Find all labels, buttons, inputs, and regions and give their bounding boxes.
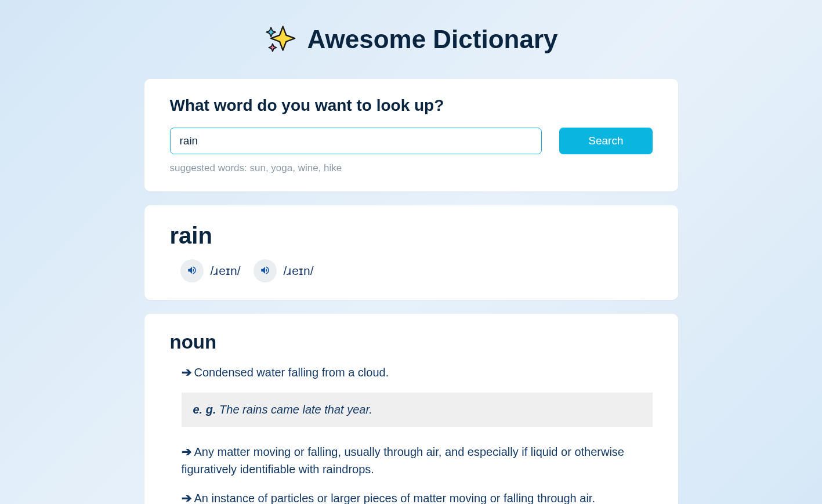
example-text: The rains came late that year.: [219, 403, 372, 416]
definition-text: An instance of particles or larger piece…: [194, 492, 595, 504]
example-label: e. g.: [193, 403, 216, 416]
search-card: What word do you want to look up? Search…: [144, 79, 678, 191]
phonetic-text: /ɹeɪn/: [211, 264, 241, 278]
arrow-icon: ➔: [182, 491, 192, 504]
arrow-icon: ➔: [182, 445, 192, 458]
search-input[interactable]: [170, 128, 542, 154]
search-prompt: What word do you want to look up?: [170, 96, 653, 115]
definition-item: ➔Any matter moving or falling, usually t…: [170, 443, 653, 477]
part-of-speech: noun: [170, 331, 653, 353]
phonetics-row: /ɹeɪn/ /ɹeɪn/: [170, 259, 653, 282]
search-suggestions: suggested words: sun, yoga, wine, hike: [170, 162, 653, 174]
definition-text: Any matter moving or falling, usually th…: [182, 445, 624, 475]
meanings-card: noun ➔Condensed water falling from a clo…: [144, 314, 678, 504]
audio-play-button[interactable]: [180, 259, 204, 282]
arrow-icon: ➔: [182, 365, 192, 379]
app-container: Awesome Dictionary What word do you want…: [144, 23, 678, 504]
audio-play-button[interactable]: [254, 259, 277, 282]
search-row: Search: [170, 128, 653, 154]
header: Awesome Dictionary: [144, 23, 678, 56]
sparkle-icon: [264, 23, 296, 56]
speaker-icon: [187, 265, 197, 277]
speaker-icon: [260, 265, 270, 277]
site-title: Awesome Dictionary: [307, 25, 557, 54]
search-button[interactable]: Search: [559, 128, 652, 154]
phonetic-text: /ɹeɪn/: [284, 264, 314, 278]
definition-text: Condensed water falling from a cloud.: [194, 366, 389, 379]
word-card: rain /ɹeɪn/ /ɹeɪn/: [144, 205, 678, 300]
example-box: e. g. The rains came late that year.: [182, 393, 653, 427]
definition-item: ➔An instance of particles or larger piec…: [170, 490, 653, 504]
definition-item: ➔Condensed water falling from a cloud.: [170, 364, 653, 381]
phonetic-item: /ɹeɪn/: [180, 259, 241, 282]
phonetic-item: /ɹeɪn/: [254, 259, 314, 282]
headword: rain: [170, 223, 653, 249]
